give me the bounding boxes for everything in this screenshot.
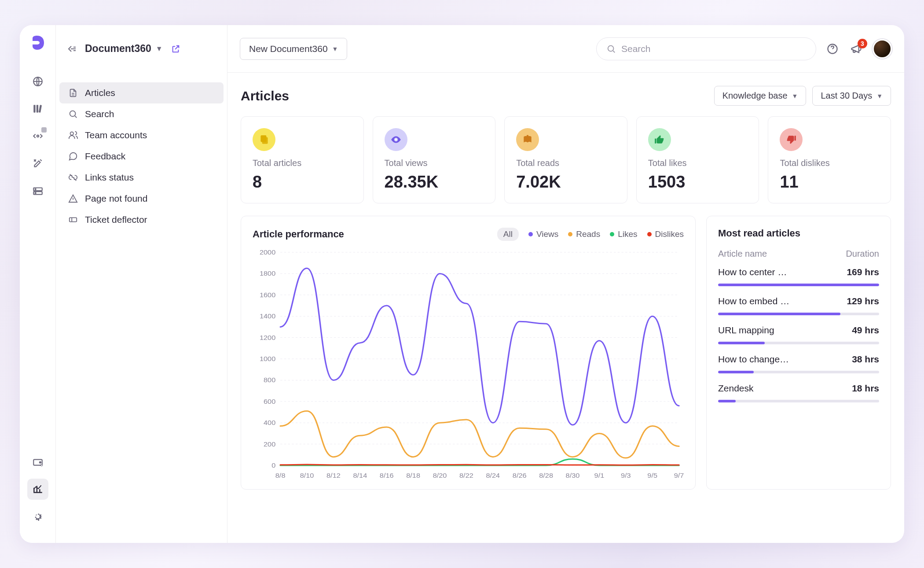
progress-bar-bg bbox=[718, 400, 879, 402]
svg-text:2000: 2000 bbox=[260, 249, 276, 256]
sidebar-item-search[interactable]: Search bbox=[59, 103, 224, 125]
secondary-nav-header: Document360 ▼ bbox=[56, 25, 227, 73]
most-read-columns: Article name Duration bbox=[718, 249, 879, 259]
line-chart: 02004006008001000120014001600180020008/8… bbox=[253, 248, 684, 481]
svg-text:9/1: 9/1 bbox=[594, 472, 605, 479]
stat-label: Total likes bbox=[648, 158, 748, 168]
most-read-card: Most read articles Article name Duration… bbox=[706, 216, 891, 490]
chart-legend: All Views Reads Likes Dislikes bbox=[497, 228, 684, 241]
dot-icon bbox=[528, 232, 533, 236]
users-icon bbox=[68, 130, 78, 140]
article-duration: 18 hrs bbox=[852, 383, 879, 394]
rail-icon-tools[interactable] bbox=[27, 153, 48, 174]
filter-scope-label: Knowledge base bbox=[722, 91, 788, 101]
rail-icon-library[interactable] bbox=[27, 98, 48, 119]
lower-grid: Article performance All Views Reads Like… bbox=[241, 216, 891, 490]
most-read-list: How to center …169 hrsHow to embed …129 … bbox=[718, 267, 879, 402]
stat-value: 1503 bbox=[648, 173, 748, 192]
svg-text:1000: 1000 bbox=[260, 355, 276, 362]
svg-text:0: 0 bbox=[271, 462, 275, 469]
legend-item-views[interactable]: Views bbox=[528, 229, 558, 239]
chart-card: Article performance All Views Reads Like… bbox=[241, 216, 696, 490]
rail-icon-globe[interactable] bbox=[27, 71, 48, 92]
sidebar-item-label: Team accounts bbox=[85, 130, 147, 140]
announcements-icon[interactable]: 3 bbox=[849, 41, 864, 56]
workspace-name: Document360 bbox=[85, 43, 151, 55]
rail-icon-settings[interactable] bbox=[27, 506, 48, 527]
col-duration: Duration bbox=[846, 249, 879, 259]
svg-point-13 bbox=[70, 132, 73, 135]
article-name: How to embed … bbox=[718, 296, 789, 306]
article-name: URL mapping bbox=[718, 325, 774, 336]
svg-point-10 bbox=[39, 461, 40, 463]
page-content: Articles Knowledge base ▼ Last 30 Days ▼… bbox=[227, 73, 904, 543]
rail-icon-drive[interactable] bbox=[27, 180, 48, 201]
page-title: Articles bbox=[241, 89, 289, 103]
workspace-selector[interactable]: Document360 ▼ bbox=[85, 43, 163, 55]
thumb-up-icon bbox=[648, 128, 671, 151]
help-icon[interactable] bbox=[825, 41, 840, 56]
sidebar-item-ticket-deflector[interactable]: Ticket deflector bbox=[59, 209, 224, 230]
filter-range-label: Last 30 Days bbox=[821, 91, 872, 101]
most-read-row[interactable]: URL mapping49 hrs bbox=[718, 325, 879, 344]
most-read-row[interactable]: How to change…38 hrs bbox=[718, 354, 879, 373]
chart-title: Article performance bbox=[253, 229, 344, 240]
search-input[interactable] bbox=[621, 44, 806, 54]
legend-item-reads[interactable]: Reads bbox=[568, 229, 600, 239]
sidebar-item-page-not-found[interactable]: Page not found bbox=[59, 188, 224, 209]
article-duration: 169 hrs bbox=[847, 267, 879, 277]
book-open-icon bbox=[516, 128, 539, 151]
sidebar-item-feedback[interactable]: Feedback bbox=[59, 146, 224, 167]
most-read-row[interactable]: How to embed …129 hrs bbox=[718, 296, 879, 315]
svg-text:800: 800 bbox=[264, 376, 276, 384]
svg-point-4 bbox=[37, 135, 38, 137]
svg-text:400: 400 bbox=[264, 419, 276, 426]
legend-item-all[interactable]: All bbox=[497, 228, 519, 241]
svg-text:8/8: 8/8 bbox=[275, 472, 286, 479]
stat-value: 7.02K bbox=[516, 173, 616, 192]
svg-point-7 bbox=[35, 189, 36, 190]
svg-text:8/18: 8/18 bbox=[406, 472, 420, 479]
sidebar-item-team-accounts[interactable]: Team accounts bbox=[59, 125, 224, 146]
secondary-nav-list: ArticlesSearchTeam accountsFeedbackLinks… bbox=[56, 73, 227, 240]
stat-value: 11 bbox=[780, 173, 879, 192]
stat-label: Total reads bbox=[516, 158, 616, 168]
progress-bar-fill bbox=[718, 371, 754, 373]
stat-value: 8 bbox=[253, 173, 352, 192]
sidebar-item-links-status[interactable]: Links status bbox=[59, 167, 224, 188]
svg-text:9/3: 9/3 bbox=[621, 472, 631, 479]
progress-bar-bg bbox=[718, 342, 879, 344]
stat-label: Total dislikes bbox=[780, 158, 879, 168]
chart-header: Article performance All Views Reads Like… bbox=[253, 228, 684, 241]
search-box[interactable] bbox=[596, 37, 816, 60]
new-document-button[interactable]: New Document360 ▼ bbox=[240, 38, 347, 60]
avatar[interactable] bbox=[873, 39, 892, 59]
svg-text:200: 200 bbox=[264, 440, 276, 447]
rail-icon-analytics[interactable] bbox=[27, 479, 48, 500]
open-external-icon[interactable] bbox=[171, 44, 180, 54]
progress-bar-bg bbox=[718, 313, 879, 315]
legend-item-dislikes[interactable]: Dislikes bbox=[647, 229, 684, 239]
most-read-row[interactable]: How to center …169 hrs bbox=[718, 267, 879, 286]
caret-down-icon: ▼ bbox=[792, 92, 798, 100]
svg-point-14 bbox=[608, 45, 614, 51]
svg-text:1800: 1800 bbox=[260, 270, 276, 277]
legend-item-likes[interactable]: Likes bbox=[610, 229, 637, 239]
filter-range-button[interactable]: Last 30 Days ▼ bbox=[812, 86, 891, 106]
sidebar-item-label: Articles bbox=[85, 88, 115, 98]
collapse-sidebar-icon[interactable] bbox=[66, 44, 77, 54]
svg-text:9/5: 9/5 bbox=[647, 472, 657, 479]
notification-badge: 3 bbox=[858, 39, 867, 48]
rail-icon-api[interactable] bbox=[27, 125, 48, 147]
sidebar-item-articles[interactable]: Articles bbox=[59, 82, 224, 103]
search-icon bbox=[68, 109, 78, 119]
warning-icon bbox=[68, 194, 78, 203]
article-duration: 49 hrs bbox=[852, 325, 879, 336]
rail-icon-wallet[interactable] bbox=[27, 451, 48, 472]
stat-value: 28.35K bbox=[385, 173, 484, 192]
filter-scope-button[interactable]: Knowledge base ▼ bbox=[714, 86, 807, 106]
article-name: How to change… bbox=[718, 354, 789, 365]
message-icon bbox=[68, 151, 78, 161]
most-read-row[interactable]: Zendesk18 hrs bbox=[718, 383, 879, 402]
svg-rect-17 bbox=[262, 137, 268, 144]
